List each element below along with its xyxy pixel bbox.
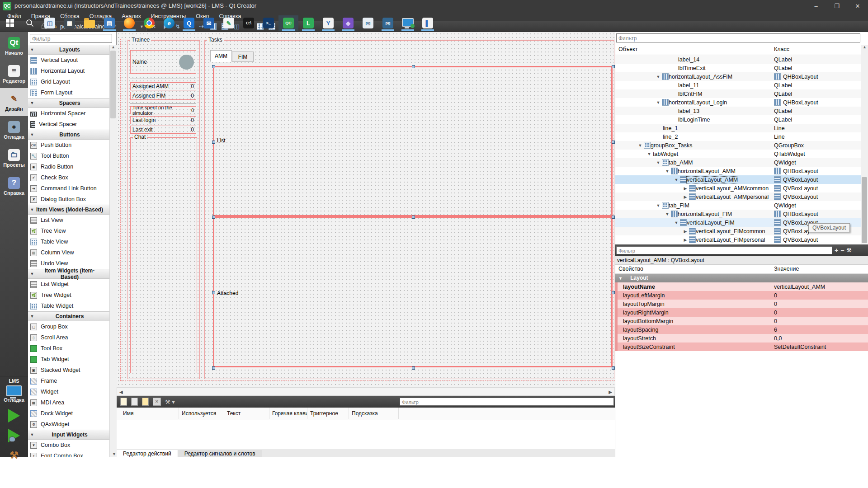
action-column-[interactable]: Подсказка bbox=[349, 408, 399, 419]
tree-row-verticallayout-amm[interactable]: ▼ verticalLayout_AMMQVBoxLayout bbox=[615, 175, 861, 184]
widget-item-table-view[interactable]: Table View bbox=[28, 236, 109, 247]
object-column-header[interactable]: Объект bbox=[618, 46, 638, 52]
time-simulator-row[interactable]: Time spent on the simulator0 bbox=[130, 106, 196, 114]
property-value[interactable]: SetDefaultConstraint bbox=[774, 344, 868, 350]
expander-open-icon[interactable]: ▼ bbox=[655, 100, 662, 105]
tree-row-tab-fim[interactable]: ▼ tab_FIMQWidget bbox=[615, 201, 861, 210]
widget-item-push-button[interactable]: OKPush Button bbox=[28, 140, 109, 150]
copy-action-icon[interactable] bbox=[131, 398, 138, 406]
pgadmin-app[interactable]: pg bbox=[378, 15, 398, 31]
property-value[interactable]: 0 bbox=[774, 310, 868, 316]
widget-box-scroll-thumb[interactable] bbox=[110, 51, 116, 118]
widget-item-list-widget[interactable]: List Widget bbox=[28, 279, 109, 290]
expander-open-icon[interactable]: ▼ bbox=[646, 152, 653, 156]
property-value[interactable]: 0,0 bbox=[774, 335, 868, 342]
tree-row-horizontallayout-fim[interactable]: ▼ horizontalLayout_FIMQHBoxLayout bbox=[615, 210, 861, 218]
selection-handle[interactable] bbox=[212, 65, 215, 68]
widget-item-check-box[interactable]: ✔Check Box bbox=[28, 172, 109, 183]
tree-row-groupbox-tasks[interactable]: ▼ groupBox_TasksQGroupBox bbox=[615, 141, 861, 150]
tree-row-verticallayout-ammcommon[interactable]: ▶ verticalLayout_AMMcommonQVBoxLayout bbox=[615, 184, 861, 192]
class-column-header[interactable]: Класс bbox=[774, 46, 789, 52]
widget-item-list-view[interactable]: List View bbox=[28, 215, 109, 225]
action-column-[interactable]: Текст bbox=[224, 408, 269, 419]
scroll-right-icon[interactable]: ▶ bbox=[609, 389, 612, 394]
tree-row-tabwidget[interactable]: ▼ tabWidgetQTabWidget bbox=[615, 150, 861, 158]
expander-closed-icon[interactable]: ▶ bbox=[682, 229, 689, 234]
widget-item-combo-box[interactable]: ▼Combo Box bbox=[28, 440, 109, 450]
widget-item-font-combo-box[interactable]: fFont Combo Box bbox=[28, 450, 109, 457]
mode-[interactable]: ✎Дизайн bbox=[0, 88, 28, 116]
tree-row-label-11[interactable]: label_11QLabel bbox=[615, 81, 861, 89]
object-inspector-filter-input[interactable]: Фильтр bbox=[616, 33, 860, 42]
selection-handle[interactable] bbox=[412, 366, 415, 370]
assigned-fim-row[interactable]: Assigned FIM0 bbox=[130, 92, 196, 100]
tab-[interactable]: Редактор действий bbox=[117, 450, 178, 457]
property-row-layoutspacing[interactable]: layoutSpacing6 bbox=[615, 325, 868, 334]
last-exit-row[interactable]: Last exit0 bbox=[130, 126, 196, 134]
tree-row-line-1[interactable]: line_1Line bbox=[615, 124, 861, 132]
expander-open-icon[interactable]: ▼ bbox=[655, 160, 662, 165]
selection-handle[interactable] bbox=[412, 65, 415, 68]
calculator-app[interactable]: ▦ bbox=[60, 15, 80, 31]
terminal-app[interactable]: C:\ bbox=[239, 15, 259, 31]
mode-[interactable]: QtНачало bbox=[0, 32, 28, 60]
selection-handle[interactable] bbox=[212, 216, 215, 219]
property-row-layoutsizeconstraint[interactable]: layoutSizeConstraintSetDefaultConstraint bbox=[615, 343, 868, 351]
assigned-amm-row[interactable]: Assigned AMM0 bbox=[130, 82, 196, 90]
widget-item-tool-box[interactable]: Tool Box bbox=[28, 343, 109, 354]
widget-item-dock-widget[interactable]: Dock Widget bbox=[28, 408, 109, 419]
paste-action-icon[interactable] bbox=[142, 398, 149, 406]
widget-item-form-layout[interactable]: Form Layout bbox=[28, 87, 109, 98]
tab-[interactable]: Редактор сигналов и слотов bbox=[178, 450, 262, 457]
explorer-app[interactable] bbox=[80, 15, 99, 31]
purple-app[interactable]: ◆ bbox=[338, 15, 358, 31]
run-button[interactable] bbox=[8, 409, 20, 422]
chat-groupbox[interactable]: Chat bbox=[130, 137, 197, 373]
close-button[interactable]: ✕ bbox=[847, 0, 868, 12]
form-canvas[interactable]: Trainee Name Assigned AMM0 Assigned FIM0… bbox=[117, 32, 615, 387]
trainee-groupbox[interactable]: Trainee Name Assigned AMM0 Assigned FIM0… bbox=[127, 40, 200, 379]
debug-run-button[interactable] bbox=[8, 429, 20, 442]
mode-[interactable]: ≡Редактор bbox=[0, 60, 28, 88]
expander-open-icon[interactable]: ▼ bbox=[664, 212, 671, 216]
selection-handle[interactable] bbox=[612, 65, 615, 68]
tree-row-horizontallayout-assfim[interactable]: ▼ horizontalLayout_AssFIMQHBoxLayout bbox=[615, 72, 861, 81]
property-value[interactable]: 0 bbox=[774, 301, 868, 307]
action-column-[interactable]: Имя bbox=[120, 408, 179, 419]
kit-selector[interactable]: LMS Отладка ⚒ bbox=[0, 376, 28, 461]
property-row-layoutrightmargin[interactable]: layoutRightMargin0 bbox=[615, 308, 868, 317]
expander-open-icon[interactable]: ▼ bbox=[655, 75, 662, 79]
widget-item-horizontal-spacer[interactable]: Horizontal Spacer bbox=[28, 108, 109, 119]
property-row-layoutstretch[interactable]: layoutStretch0,0 bbox=[615, 334, 868, 343]
widget-category-item-widgets-item-based[interactable]: ▼Item Widgets (Item-Based) bbox=[28, 269, 109, 279]
action-editor-body[interactable] bbox=[117, 419, 615, 450]
widget-item-command-link-button[interactable]: ➔Command Link Button bbox=[28, 183, 109, 194]
add-property-icon[interactable]: + bbox=[835, 247, 838, 254]
remove-property-icon[interactable]: − bbox=[840, 247, 844, 254]
search-button[interactable] bbox=[20, 15, 40, 31]
selection-handle[interactable] bbox=[612, 141, 615, 144]
qtcreator-app[interactable]: QC bbox=[278, 15, 298, 31]
build-button[interactable]: ⚒ bbox=[7, 450, 21, 461]
layout-section-header[interactable]: ▼ Layout bbox=[615, 274, 868, 282]
property-column-header[interactable]: Свойство bbox=[618, 266, 643, 272]
action-column-[interactable]: Горячая клавиш bbox=[269, 408, 307, 419]
fork-app[interactable]: Y bbox=[318, 15, 338, 31]
selection-handle[interactable] bbox=[212, 141, 215, 144]
widget-item-stacked-widget[interactable]: ▣Stacked Widget bbox=[28, 365, 109, 375]
tab-amm[interactable]: AMM bbox=[210, 50, 232, 62]
property-value[interactable]: verticalLayout_AMM bbox=[774, 284, 868, 290]
widget-item-column-view[interactable]: ▥Column View bbox=[28, 247, 109, 258]
tree-row-verticallayout-ammpersonal[interactable]: ▶ verticalLayout_AMMpersonalQVBoxLayout bbox=[615, 192, 861, 201]
property-row-layouttopmargin[interactable]: layoutTopMargin0 bbox=[615, 300, 868, 308]
tree-row-tab-amm[interactable]: ▼ tab_AMMQWidget bbox=[615, 158, 861, 167]
expander-open-icon[interactable]: ▼ bbox=[673, 178, 680, 182]
widget-category-input-widgets[interactable]: ▼Input Widgets bbox=[28, 430, 109, 440]
notes-app[interactable]: ✎ bbox=[219, 15, 239, 31]
tree-row-horizontallayout-login[interactable]: ▼ horizontalLayout_LoginQHBoxLayout bbox=[615, 98, 861, 107]
property-filter-input[interactable]: Фильтр bbox=[616, 246, 832, 254]
remote-desktop-app[interactable] bbox=[398, 15, 418, 31]
selection-handle[interactable] bbox=[212, 366, 215, 370]
qe-app[interactable]: ▤ bbox=[99, 15, 119, 31]
expander-closed-icon[interactable]: ▶ bbox=[682, 186, 689, 191]
